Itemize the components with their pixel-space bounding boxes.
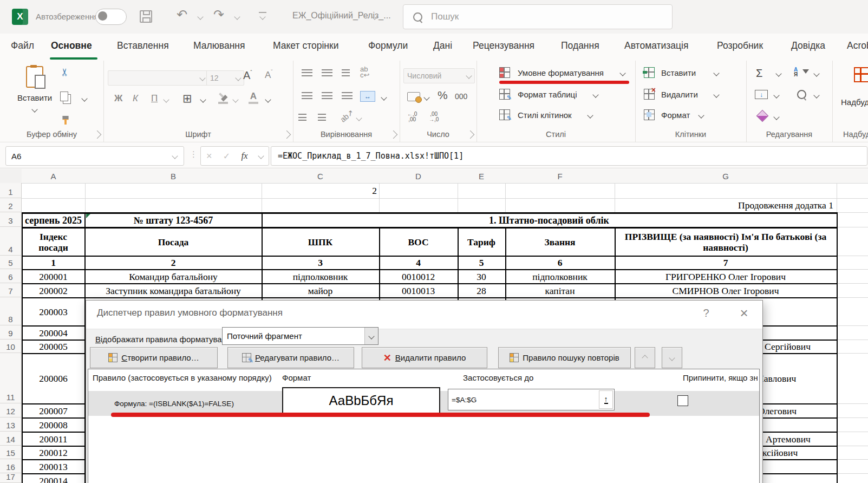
scope-dropdown[interactable]: Поточний фрагмент xyxy=(222,327,378,345)
fill-color-icon[interactable] xyxy=(218,92,228,104)
formula-bar-splitter[interactable]: ⋮ xyxy=(190,149,198,159)
cell-g10-partial[interactable]: Сергійович xyxy=(765,341,836,353)
column-header-e[interactable]: E xyxy=(458,169,506,184)
tab-help[interactable]: Довідка xyxy=(791,40,825,51)
column-header-g[interactable]: G xyxy=(615,169,837,184)
column-header-c[interactable]: C xyxy=(262,169,380,184)
italic-button[interactable]: К xyxy=(133,93,138,104)
row-header-5[interactable]: 5 xyxy=(0,256,22,269)
cell-e7[interactable]: 28 xyxy=(458,284,505,297)
clear-icon[interactable] xyxy=(758,112,767,120)
fx-chevron-icon[interactable] xyxy=(258,153,264,159)
copy-icon[interactable] xyxy=(63,94,71,104)
fill-icon[interactable]: ↓ xyxy=(755,90,768,99)
row-header-8[interactable]: 8 xyxy=(0,297,22,325)
align-left-icon[interactable] xyxy=(302,92,312,99)
cell-b5[interactable]: 2 xyxy=(85,257,262,269)
cell-a7[interactable]: 200002 xyxy=(22,284,85,297)
cell-b3[interactable]: № штату 123-4567 xyxy=(85,213,262,227)
cell-g6[interactable]: ГРИГОРЕНКО Олег Ігорович xyxy=(615,270,837,283)
row-header-14[interactable]: 14 xyxy=(0,432,22,446)
autosave-toggle[interactable] xyxy=(95,9,127,25)
cell-a4[interactable]: Індекс посади xyxy=(22,229,85,256)
insert-cells-button[interactable]: Вставити xyxy=(661,68,696,77)
cell-d6[interactable]: 0010012 xyxy=(379,270,458,283)
name-box[interactable]: A6 xyxy=(5,146,184,166)
row-header-11[interactable]: 11 xyxy=(0,353,22,403)
row-header-6[interactable]: 6 xyxy=(0,269,22,283)
cell-g12-partial[interactable]: Олегович xyxy=(758,404,836,417)
tab-file[interactable]: Файл xyxy=(11,40,34,51)
autosum-chevron-icon[interactable] xyxy=(775,70,781,76)
delete-cells-button[interactable]: Видалити xyxy=(661,90,698,99)
row-header-10[interactable]: 10 xyxy=(0,340,22,353)
format-painter-icon[interactable] xyxy=(61,116,70,125)
format-cells-chevron-icon[interactable] xyxy=(698,112,704,118)
format-as-table-chevron-icon[interactable] xyxy=(592,92,598,97)
tab-view[interactable]: Подання xyxy=(561,40,599,51)
cell-c6[interactable]: підполковник xyxy=(262,270,379,283)
paste-chevron-icon[interactable] xyxy=(31,106,37,112)
percent-style-button[interactable]: % xyxy=(438,89,448,102)
cut-icon[interactable]: ✂ xyxy=(58,68,71,77)
duplicate-rule-button[interactable]: Правило пошуку повторів xyxy=(498,347,631,368)
cell-g7[interactable]: СМИРНОВ Олег Ігорович xyxy=(615,284,837,297)
cell-a13[interactable]: 200008 xyxy=(22,419,85,432)
tab-insert[interactable]: Вставлення xyxy=(117,40,169,51)
enter-icon[interactable]: ✓ xyxy=(223,151,230,161)
applies-to-input[interactable] xyxy=(448,395,588,404)
currency-icon[interactable] xyxy=(407,92,420,101)
dialog-close-button[interactable]: × xyxy=(735,305,753,321)
align-top-icon[interactable] xyxy=(302,69,312,76)
column-header-d[interactable]: D xyxy=(379,169,458,184)
underline-button[interactable]: П xyxy=(151,93,158,104)
search-input[interactable] xyxy=(430,11,638,23)
cell-f6[interactable]: підполковник xyxy=(505,270,615,283)
comma-style-button[interactable]: 000 xyxy=(455,92,467,101)
font-name-combobox[interactable] xyxy=(108,70,208,86)
cell-a8[interactable]: 200003 xyxy=(22,298,85,325)
row-header-17[interactable]: 17 xyxy=(0,473,22,483)
wrap-text-icon[interactable]: abc↩ xyxy=(360,66,369,78)
clear-chevron-icon[interactable] xyxy=(773,114,779,120)
font-color-chevron-icon[interactable] xyxy=(265,96,271,102)
align-middle-icon[interactable] xyxy=(322,69,332,76)
dialog-help-button[interactable]: ? xyxy=(697,305,715,321)
search-box[interactable] xyxy=(403,4,673,29)
decrease-indent-icon[interactable] xyxy=(298,114,306,121)
orientation-icon[interactable]: ab↗ xyxy=(338,108,355,124)
undo-icon[interactable]: ↶ xyxy=(177,7,187,22)
column-header-b[interactable]: B xyxy=(85,169,262,184)
number-format-combobox[interactable]: Числовий xyxy=(403,68,475,83)
row-header-2[interactable]: 2 xyxy=(0,198,22,212)
cell-a16[interactable]: 200013 xyxy=(22,460,85,473)
cell-b6[interactable]: Командир батальйону xyxy=(85,270,262,283)
cell-g11-partial[interactable]: Павлович xyxy=(757,354,836,403)
cell-a12[interactable]: 200007 xyxy=(22,404,85,417)
delete-cells-chevron-icon[interactable] xyxy=(713,92,719,97)
format-as-table-button[interactable]: Формат таблиці xyxy=(518,90,577,99)
cell-styles-chevron-icon[interactable] xyxy=(587,112,593,118)
row-header-9[interactable]: 9 xyxy=(0,325,22,340)
cell-d5[interactable]: 4 xyxy=(379,257,458,269)
font-size-combobox[interactable]: 12 xyxy=(206,70,244,86)
grow-font-icon[interactable]: Aˆ xyxy=(243,69,252,82)
column-header-h[interactable] xyxy=(837,169,868,184)
save-icon[interactable] xyxy=(140,10,152,23)
tab-home[interactable]: Основне xyxy=(51,40,92,51)
cell-f7[interactable]: капітан xyxy=(505,284,615,297)
redo-chevron-icon[interactable] xyxy=(234,14,240,19)
addins-icon[interactable] xyxy=(854,67,868,82)
format-cells-button[interactable]: Формат xyxy=(661,110,690,120)
tab-draw[interactable]: Малювання xyxy=(193,40,245,51)
cell-d7[interactable]: 0010013 xyxy=(379,284,458,297)
align-center-icon[interactable] xyxy=(322,92,332,99)
edit-rule-button[interactable]: ✎Редагувати правило… xyxy=(227,347,354,368)
redo-icon[interactable]: ↷ xyxy=(213,7,224,22)
cell-a10[interactable]: 200005 xyxy=(22,341,85,353)
increase-indent-icon[interactable] xyxy=(318,114,326,121)
cell-a3[interactable]: серпень 2025 xyxy=(22,213,85,227)
cell-a15[interactable]: 200012 xyxy=(22,447,85,459)
borders-icon[interactable]: ⊞ xyxy=(182,92,192,105)
cell-e5[interactable]: 5 xyxy=(458,257,505,269)
